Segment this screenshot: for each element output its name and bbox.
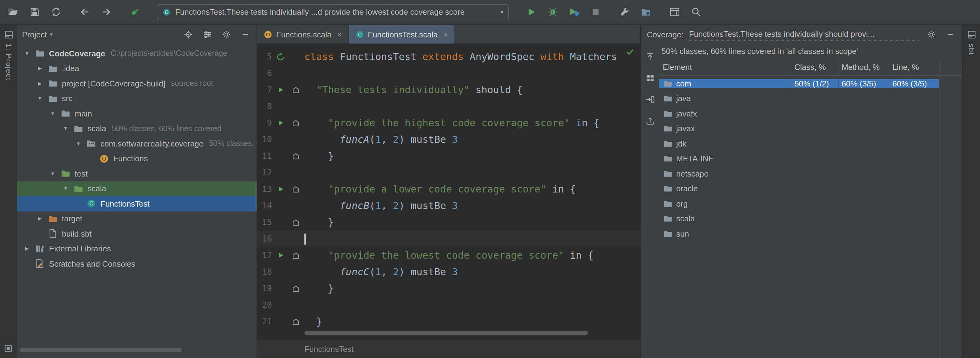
debug-button[interactable]	[546, 5, 559, 19]
tree-item-scala[interactable]: ▼scala50% classes, 60% lines covered	[17, 121, 257, 136]
chevron-right-icon[interactable]: ▶	[35, 66, 45, 72]
project-view-selector[interactable]: Project ▾	[22, 30, 52, 39]
go-up-icon[interactable]	[643, 50, 657, 63]
forward-icon[interactable]	[99, 5, 113, 19]
tree-item-idea[interactable]: ▶.idea	[17, 61, 257, 76]
locate-icon[interactable]	[181, 27, 195, 41]
code-line-11[interactable]: 11 }	[257, 148, 640, 164]
chevron-down-icon[interactable]: ▼	[60, 186, 70, 192]
open-icon[interactable]	[6, 5, 20, 19]
chevron-down-icon[interactable]: ▼	[60, 126, 70, 131]
column-header-line[interactable]: Line, %	[889, 59, 939, 75]
autoscroll-to-source-icon[interactable]	[643, 93, 657, 106]
coverage-row-javax[interactable]: javax	[659, 121, 963, 136]
save-all-icon[interactable]	[27, 5, 41, 19]
stop-button[interactable]	[589, 5, 602, 19]
chevron-right-icon[interactable]: ▶	[35, 81, 45, 86]
search-everywhere-icon[interactable]	[689, 5, 703, 19]
tree-item-scala[interactable]: ▼scala	[17, 181, 257, 196]
project-hscrollbar[interactable]	[20, 348, 182, 352]
run-test-icon[interactable]	[272, 115, 289, 131]
code-line-15[interactable]: 15 }	[257, 214, 640, 230]
close-icon[interactable]: ×	[443, 29, 448, 39]
code-line-19[interactable]: 19 }	[257, 280, 640, 297]
tree-item-external-libraries[interactable]: ▶External Libraries	[17, 241, 257, 256]
code-line-9[interactable]: 9 "provide the highest code coverage sco…	[257, 115, 640, 131]
tree-item-build-sbt[interactable]: build.sbt	[17, 226, 257, 241]
sync-icon[interactable]	[49, 5, 62, 19]
code-line-18[interactable]: 18 funcC(1, 2) mustBe 3	[257, 264, 640, 280]
code-line-8[interactable]: 8	[257, 98, 640, 115]
chevron-right-icon[interactable]: ▶	[22, 246, 32, 252]
sbt-toolwindow-button[interactable]: sbt	[963, 25, 980, 55]
code-line-20[interactable]: 20	[257, 297, 640, 313]
tree-item-main[interactable]: ▼main	[17, 106, 257, 121]
tree-item-scratches-and-consoles[interactable]: Scratches and Consoles	[17, 256, 257, 271]
code-line-13[interactable]: 13 "provide a lower code coverage score"…	[257, 181, 640, 197]
coverage-row-org[interactable]: org	[659, 196, 963, 211]
code-line-5[interactable]: 5class FunctionsTest extends AnyWordSpec…	[257, 48, 640, 65]
hide-panel-icon[interactable]	[238, 27, 252, 41]
coverage-suite-select[interactable]: FunctionsTest.These tests individually s…	[689, 28, 919, 41]
run-test-icon[interactable]	[272, 82, 289, 98]
editor-hscrollbar[interactable]	[304, 331, 588, 335]
tree-item-com-softwarereality-coverage[interactable]: ▼com.softwarereality.coverage50% classes…	[17, 136, 257, 151]
hide-panel-icon[interactable]	[943, 27, 957, 41]
close-icon[interactable]: ×	[337, 29, 342, 39]
code-line-10[interactable]: 10 funcA(1, 2) mustBe 3	[257, 131, 640, 148]
coverage-row-meta-inf[interactable]: META-INF	[659, 151, 963, 166]
layout-icon[interactable]	[668, 5, 681, 19]
code-line-17[interactable]: 17 "provide the lowest code coverage sco…	[257, 247, 640, 264]
run-test-icon[interactable]	[272, 247, 289, 264]
run-class-icon[interactable]	[272, 48, 289, 65]
column-header-element[interactable]: Element	[659, 59, 791, 75]
coverage-row-java[interactable]: java	[659, 91, 963, 106]
chevron-down-icon[interactable]: ▼	[73, 141, 83, 147]
tree-item-functions[interactable]: OFunctions	[17, 151, 257, 166]
run-test-icon[interactable]	[272, 181, 289, 197]
chevron-down-icon[interactable]: ▼	[48, 111, 57, 117]
chevron-down-icon[interactable]: ▼	[35, 96, 45, 101]
coverage-row-sun[interactable]: sun	[659, 226, 963, 241]
chevron-down-icon[interactable]: ▼	[48, 171, 57, 177]
tab-functionstest-scala[interactable]: CFunctionsTest.scala×	[349, 25, 455, 43]
back-icon[interactable]	[78, 5, 91, 19]
tree-item-functionstest[interactable]: CFunctionsTest	[17, 196, 257, 211]
coverage-row-com[interactable]: com50% (1/2)60% (3/5)60% (3/5)	[659, 76, 963, 91]
code-line-6[interactable]: 6	[257, 65, 640, 82]
build-icon[interactable]	[128, 5, 142, 19]
column-header-method[interactable]: Method, %	[838, 59, 889, 75]
run-with-coverage-button[interactable]	[567, 5, 581, 19]
code-line-7[interactable]: 7 "These tests individually" should {	[257, 82, 640, 98]
tree-item-src[interactable]: ▼src	[17, 91, 257, 106]
gear-icon[interactable]	[924, 27, 938, 41]
tree-item-project-codecoverage-build[interactable]: ▶project [CodeCoverage-build]sources roo…	[17, 76, 257, 91]
export-icon[interactable]	[643, 114, 657, 128]
code-line-14[interactable]: 14 funcB(1, 2) mustBe 3	[257, 197, 640, 214]
project-toolwindow-button[interactable]: 1: Project	[0, 25, 17, 81]
project-structure-icon[interactable]	[639, 5, 652, 19]
coverage-row-oracle[interactable]: oracle	[659, 181, 963, 196]
chevron-right-icon[interactable]: ▶	[35, 216, 45, 222]
code-line-21[interactable]: 21 }	[257, 313, 640, 330]
view-options-icon[interactable]	[200, 27, 214, 41]
tab-functions-scala[interactable]: OFunctions.scala×	[257, 25, 349, 43]
flatten-packages-icon[interactable]	[643, 71, 657, 85]
column-header-class[interactable]: Class, %	[791, 59, 838, 75]
settings-wrench-icon[interactable]	[617, 5, 631, 19]
breadcrumb-item[interactable]: FunctionsTest	[304, 345, 353, 354]
tree-item-codecoverage[interactable]: ▼CodeCoverageC:\projects\articles\CodeCo…	[17, 46, 257, 61]
chevron-down-icon[interactable]: ▼	[22, 51, 32, 56]
run-button[interactable]	[524, 5, 538, 19]
coverage-row-netscape[interactable]: netscape	[659, 166, 963, 181]
coverage-row-jdk[interactable]: jdk	[659, 136, 963, 151]
code-line-16[interactable]: 16	[257, 230, 640, 247]
gear-icon[interactable]	[219, 27, 233, 41]
inspections-ok-icon[interactable]	[625, 47, 635, 56]
tree-item-test[interactable]: ▼test	[17, 166, 257, 181]
tree-item-target[interactable]: ▶target	[17, 211, 257, 226]
coverage-row-scala[interactable]: scala	[659, 211, 963, 226]
coverage-row-javafx[interactable]: javafx	[659, 106, 963, 121]
code-area[interactable]: 5class FunctionsTest extends AnyWordSpec…	[257, 43, 640, 340]
code-line-12[interactable]: 12	[257, 164, 640, 181]
